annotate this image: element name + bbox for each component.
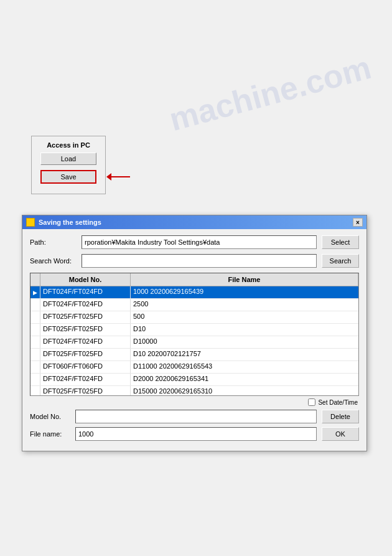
delete-button[interactable]: Delete [322, 410, 359, 423]
row-indicator [30, 336, 40, 348]
row-indicator [30, 311, 40, 323]
file-name-input[interactable] [75, 427, 317, 441]
load-button[interactable]: Load [40, 153, 96, 165]
path-row: Path: Select [30, 235, 359, 249]
select-button[interactable]: Select [322, 235, 359, 249]
path-input[interactable] [82, 235, 317, 249]
row-model-cell: DFT025F/FT025FD [40, 349, 131, 360]
row-indicator [30, 386, 40, 395]
access-panel: Access in PC Load Save [31, 136, 106, 194]
dialog-title: Saving the settings [39, 219, 101, 226]
table-row[interactable]: ▶DFT024F/FT024FD1000 20200629165439 [30, 286, 358, 299]
row-filename-cell: 1000 20200629165439 [131, 286, 358, 298]
arrow-indicator [106, 173, 130, 181]
saving-settings-dialog: Saving the settings × Path: Select Searc… [22, 215, 367, 451]
table-row[interactable]: DFT024F/FT024FDD10000 [30, 336, 358, 349]
table-header: Model No. File Name [30, 273, 358, 286]
row-model-cell: DFT060F/FT060FD [40, 361, 131, 373]
row-filename-cell: D10000 [131, 336, 358, 348]
file-table: Model No. File Name ▶DFT024F/FT024FD1000… [30, 273, 359, 396]
file-name-row: File name: OK [30, 427, 359, 441]
table-row[interactable]: DFT060F/FT060FDD11000 20200629165543 [30, 361, 358, 374]
row-filename-cell: D15000 20200629165310 [131, 386, 358, 395]
search-word-label: Search Word: [30, 257, 77, 265]
dialog-close-button[interactable]: × [353, 218, 363, 227]
row-model-cell: DFT025F/FT025FD [40, 311, 131, 323]
ok-button[interactable]: OK [322, 427, 359, 441]
dialog-icon [26, 218, 35, 227]
row-filename-cell: D2000 20200629165341 [131, 374, 358, 385]
row-indicator [30, 349, 40, 360]
model-no-label: Model No. [30, 413, 70, 420]
table-body[interactable]: ▶DFT024F/FT024FD1000 20200629165439DFT02… [30, 286, 358, 395]
save-button[interactable]: Save [40, 170, 96, 184]
path-label: Path: [30, 238, 77, 246]
checkbox-row: Set Date/Time [30, 398, 359, 406]
search-word-row: Search Word: Search [30, 254, 359, 268]
row-model-cell: DFT024F/FT024FD [40, 299, 131, 311]
dialog-title-left: Saving the settings [26, 218, 101, 227]
table-row[interactable]: DFT025F/FT025FDD10 [30, 324, 358, 336]
table-row[interactable]: DFT024F/FT024FDD2000 20200629165341 [30, 374, 358, 386]
watermark: machine.com [166, 49, 375, 138]
row-indicator [30, 361, 40, 373]
row-filename-cell: D11000 20200629165543 [131, 361, 358, 373]
table-row[interactable]: DFT025F/FT025FD500 [30, 311, 358, 324]
model-no-row: Model No. Delete [30, 410, 359, 423]
dialog-body: Path: Select Search Word: Search Model N… [22, 229, 366, 451]
row-indicator [30, 299, 40, 311]
arrow-line [111, 176, 130, 177]
dialog-titlebar: Saving the settings × [22, 215, 366, 229]
arrow-head-icon [106, 173, 111, 181]
search-button[interactable]: Search [322, 254, 359, 268]
row-model-cell: DFT024F/FT024FD [40, 374, 131, 385]
row-indicator [30, 374, 40, 385]
search-word-input[interactable] [82, 254, 317, 268]
row-filename-cell: D10 20200702121757 [131, 349, 358, 360]
th-spacer [30, 273, 40, 286]
th-filename: File Name [131, 273, 358, 286]
row-filename-cell: D10 [131, 324, 358, 336]
set-date-time-label: Set Date/Time [318, 399, 358, 406]
row-filename-cell: 2500 [131, 299, 358, 311]
row-indicator [30, 324, 40, 336]
row-filename-cell: 500 [131, 311, 358, 323]
row-indicator: ▶ [30, 286, 40, 298]
file-name-label: File name: [30, 430, 70, 438]
table-row[interactable]: DFT025F/FT025FDD15000 20200629165310 [30, 386, 358, 395]
set-date-time-checkbox[interactable] [308, 398, 315, 406]
access-panel-title: Access in PC [39, 141, 98, 149]
row-model-cell: DFT025F/FT025FD [40, 386, 131, 395]
row-model-cell: DFT025F/FT025FD [40, 324, 131, 336]
model-no-input[interactable] [75, 410, 317, 423]
row-model-cell: DFT024F/FT024FD [40, 336, 131, 348]
table-row[interactable]: DFT025F/FT025FDD10 20200702121757 [30, 349, 358, 361]
row-model-cell: DFT024F/FT024FD [40, 286, 131, 298]
th-model: Model No. [40, 273, 131, 286]
table-row[interactable]: DFT024F/FT024FD2500 [30, 299, 358, 311]
